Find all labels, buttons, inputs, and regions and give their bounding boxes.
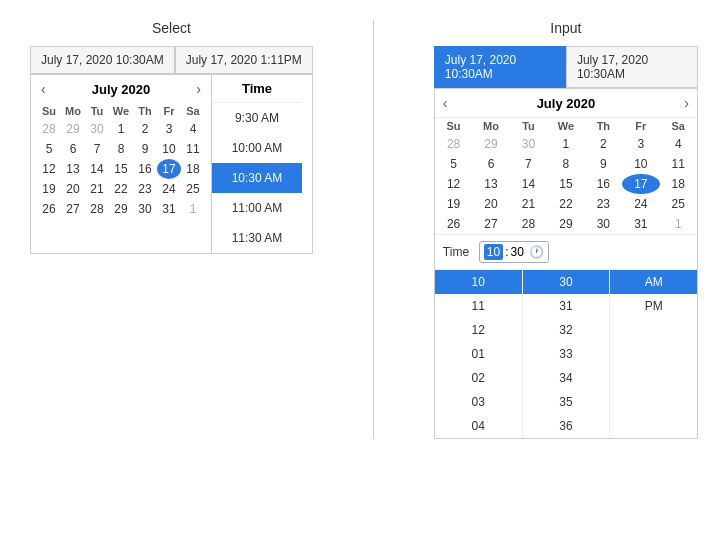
hour-option[interactable]: 03 [435, 390, 522, 414]
minute-option[interactable]: 36 [523, 414, 610, 438]
hour-option[interactable]: 10 [435, 270, 522, 294]
calendar-day[interactable]: 18 [181, 159, 205, 179]
select-prev-month[interactable]: ‹ [37, 81, 50, 97]
calendar-day[interactable]: 20 [472, 194, 509, 214]
calendar-day[interactable]: 21 [85, 179, 109, 199]
calendar-day[interactable]: 9 [133, 139, 157, 159]
minute-option[interactable]: 35 [523, 390, 610, 414]
calendar-day[interactable]: 6 [472, 154, 509, 174]
calendar-day[interactable]: 26 [435, 214, 472, 234]
calendar-day[interactable]: 29 [472, 134, 509, 154]
calendar-day[interactable]: 13 [472, 174, 509, 194]
input-tab-2[interactable]: July 17, 2020 10:30AM [566, 46, 698, 87]
calendar-day[interactable]: 2 [585, 134, 622, 154]
calendar-day[interactable]: 27 [472, 214, 509, 234]
minute-option[interactable]: 33 [523, 342, 610, 366]
input-next-month[interactable]: › [684, 95, 689, 111]
calendar-day[interactable]: 23 [585, 194, 622, 214]
calendar-day[interactable]: 27 [61, 199, 85, 219]
calendar-day[interactable]: 30 [85, 119, 109, 139]
calendar-day[interactable]: 18 [660, 174, 697, 194]
minute-option[interactable]: 30 [523, 270, 610, 294]
time-slot[interactable]: 11:00 AM [212, 193, 302, 223]
calendar-day[interactable]: 10 [157, 139, 181, 159]
calendar-day[interactable]: 12 [37, 159, 61, 179]
minute-option[interactable]: 32 [523, 318, 610, 342]
select-tab-2[interactable]: July 17, 2020 1:11PM [175, 46, 313, 73]
time-input-box[interactable]: 10 : 30 🕐 [479, 241, 549, 263]
calendar-day[interactable]: 28 [510, 214, 547, 234]
select-next-month[interactable]: › [192, 81, 205, 97]
calendar-day[interactable]: 6 [61, 139, 85, 159]
calendar-day[interactable]: 3 [622, 134, 659, 154]
calendar-day[interactable]: 26 [37, 199, 61, 219]
calendar-day[interactable]: 12 [435, 174, 472, 194]
hour-option[interactable]: 04 [435, 414, 522, 438]
calendar-day[interactable]: 23 [133, 179, 157, 199]
input-tab-1[interactable]: July 17, 2020 10:30AM [434, 46, 566, 88]
time-slot[interactable]: 10:00 AM [212, 133, 302, 163]
select-tab-1[interactable]: July 17, 2020 10:30AM [30, 46, 175, 73]
ampm-option[interactable]: PM [610, 294, 697, 318]
calendar-day[interactable]: 22 [547, 194, 584, 214]
calendar-day[interactable]: 7 [85, 139, 109, 159]
calendar-day[interactable]: 10 [622, 154, 659, 174]
calendar-day[interactable]: 5 [37, 139, 61, 159]
calendar-day[interactable]: 11 [660, 154, 697, 174]
input-prev-month[interactable]: ‹ [443, 95, 448, 111]
hour-option[interactable]: 01 [435, 342, 522, 366]
calendar-day[interactable]: 24 [157, 179, 181, 199]
calendar-day[interactable]: 22 [109, 179, 133, 199]
calendar-day[interactable]: 31 [622, 214, 659, 234]
calendar-day[interactable]: 1 [109, 119, 133, 139]
calendar-day[interactable]: 9 [585, 154, 622, 174]
calendar-day[interactable]: 5 [435, 154, 472, 174]
minute-option[interactable]: 34 [523, 366, 610, 390]
calendar-day[interactable]: 16 [133, 159, 157, 179]
calendar-day[interactable]: 28 [435, 134, 472, 154]
calendar-day[interactable]: 15 [547, 174, 584, 194]
calendar-day[interactable]: 25 [660, 194, 697, 214]
calendar-day[interactable]: 17 [622, 174, 659, 194]
calendar-day[interactable]: 8 [547, 154, 584, 174]
calendar-day[interactable]: 15 [109, 159, 133, 179]
hour-option[interactable]: 11 [435, 294, 522, 318]
calendar-day[interactable]: 29 [109, 199, 133, 219]
hour-option[interactable]: 02 [435, 366, 522, 390]
calendar-day[interactable]: 30 [133, 199, 157, 219]
calendar-day[interactable]: 30 [585, 214, 622, 234]
time-slot[interactable]: 11:30 AM [212, 223, 302, 253]
calendar-day[interactable]: 20 [61, 179, 85, 199]
calendar-day[interactable]: 31 [157, 199, 181, 219]
calendar-day[interactable]: 17 [157, 159, 181, 179]
calendar-day[interactable]: 28 [85, 199, 109, 219]
calendar-day[interactable]: 29 [547, 214, 584, 234]
calendar-day[interactable]: 25 [181, 179, 205, 199]
calendar-day[interactable]: 14 [85, 159, 109, 179]
calendar-day[interactable]: 3 [157, 119, 181, 139]
calendar-day[interactable]: 19 [37, 179, 61, 199]
calendar-day[interactable]: 7 [510, 154, 547, 174]
calendar-day[interactable]: 19 [435, 194, 472, 214]
calendar-day[interactable]: 4 [181, 119, 205, 139]
calendar-day[interactable]: 4 [660, 134, 697, 154]
calendar-day[interactable]: 1 [547, 134, 584, 154]
calendar-day[interactable]: 30 [510, 134, 547, 154]
calendar-day[interactable]: 28 [37, 119, 61, 139]
calendar-day[interactable]: 16 [585, 174, 622, 194]
calendar-day[interactable]: 8 [109, 139, 133, 159]
calendar-day[interactable]: 1 [660, 214, 697, 234]
hour-option[interactable]: 12 [435, 318, 522, 342]
time-slot[interactable]: 9:30 AM [212, 103, 302, 133]
calendar-day[interactable]: 24 [622, 194, 659, 214]
ampm-option[interactable]: AM [610, 270, 697, 294]
calendar-day[interactable]: 14 [510, 174, 547, 194]
calendar-day[interactable]: 21 [510, 194, 547, 214]
calendar-day[interactable]: 29 [61, 119, 85, 139]
minute-option[interactable]: 31 [523, 294, 610, 318]
time-slot[interactable]: 10:30 AM [212, 163, 302, 193]
calendar-day[interactable]: 13 [61, 159, 85, 179]
calendar-day[interactable]: 1 [181, 199, 205, 219]
calendar-day[interactable]: 11 [181, 139, 205, 159]
calendar-day[interactable]: 2 [133, 119, 157, 139]
